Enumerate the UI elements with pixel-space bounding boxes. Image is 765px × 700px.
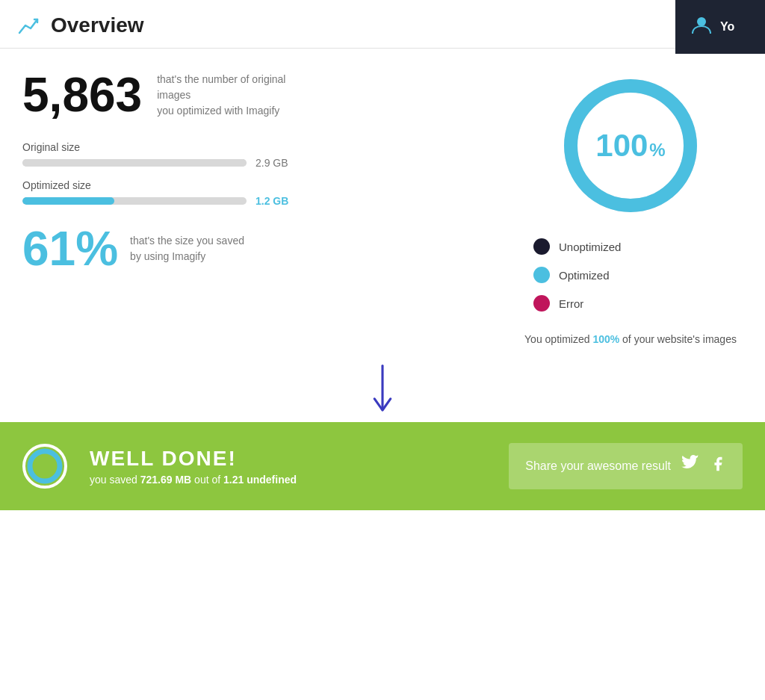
optimized-size-label: Optimized size: [22, 179, 489, 191]
facebook-icon[interactable]: [710, 456, 726, 477]
original-size-bar-container: 2.9 GB: [22, 157, 489, 169]
optimized-size-bar-fill: [22, 197, 114, 205]
badge-icon: [22, 444, 67, 489]
image-count-row: 5,863 that's the number of original imag…: [22, 71, 489, 119]
optimized-size-row: Optimized size 1.2 GB: [22, 179, 489, 207]
saved-desc: that's the size you saved by using Imagi…: [130, 233, 244, 264]
user-label: Yo: [720, 20, 734, 34]
success-banner: WELL DONE! you saved 721.69 MB out of 1.…: [0, 422, 765, 510]
user-icon: [690, 13, 713, 41]
optimized-dot: [533, 267, 550, 283]
unoptimized-dot: [533, 238, 550, 255]
left-column: 5,863 that's the number of original imag…: [22, 71, 489, 347]
down-arrow-icon: [368, 362, 397, 422]
donut-chart: 100%: [556, 71, 705, 220]
page-header: Overview Yo: [0, 0, 765, 49]
legend-optimized: Optimized: [533, 267, 743, 283]
donut-center-value: 100%: [595, 128, 665, 164]
arrow-container: [0, 362, 765, 422]
optimized-label: Optimized: [559, 269, 610, 282]
share-button[interactable]: Share your awesome result: [509, 443, 743, 489]
optimized-size-bar-bg: [22, 197, 247, 205]
chart-icon: [18, 13, 42, 37]
optimized-size-bar-container: 1.2 GB: [22, 195, 489, 207]
original-size-label: Original size: [22, 141, 489, 153]
legend-error: Error: [533, 295, 743, 312]
twitter-icon[interactable]: [681, 455, 699, 477]
original-size-bar-bg: [22, 159, 247, 167]
image-count-desc: that's the number of original images you…: [157, 72, 306, 119]
original-size-bar-fill: [22, 159, 247, 167]
saved-percent: 61%: [22, 225, 118, 273]
share-label: Share your awesome result: [525, 459, 671, 473]
error-label: Error: [559, 297, 583, 310]
main-content: 5,863 that's the number of original imag…: [0, 49, 765, 347]
well-done-subtitle: you saved 721.69 MB out of 1.21 undefine…: [90, 474, 486, 486]
error-dot: [533, 295, 550, 312]
page-title: Overview: [51, 13, 144, 37]
optimization-summary: You optimized 100% of your website's ima…: [524, 331, 737, 347]
right-column: 100% Unoptimized Optimized Error You opt…: [518, 71, 743, 347]
legend-unoptimized: Unoptimized: [533, 238, 743, 255]
saved-percent-row: 61% that's the size you saved by using I…: [22, 225, 489, 273]
image-count: 5,863: [22, 71, 142, 119]
well-done-section: WELL DONE! you saved 721.69 MB out of 1.…: [90, 447, 486, 486]
user-badge[interactable]: Yo: [675, 0, 765, 54]
svg-point-0: [697, 17, 706, 26]
unoptimized-label: Unoptimized: [559, 241, 621, 253]
original-size-value: 2.9 GB: [255, 157, 288, 169]
chart-legend: Unoptimized Optimized Error: [518, 238, 743, 323]
optimized-size-value: 1.2 GB: [255, 195, 288, 207]
well-done-title: WELL DONE!: [90, 447, 486, 471]
original-size-row: Original size 2.9 GB: [22, 141, 489, 169]
svg-point-6: [30, 451, 60, 481]
